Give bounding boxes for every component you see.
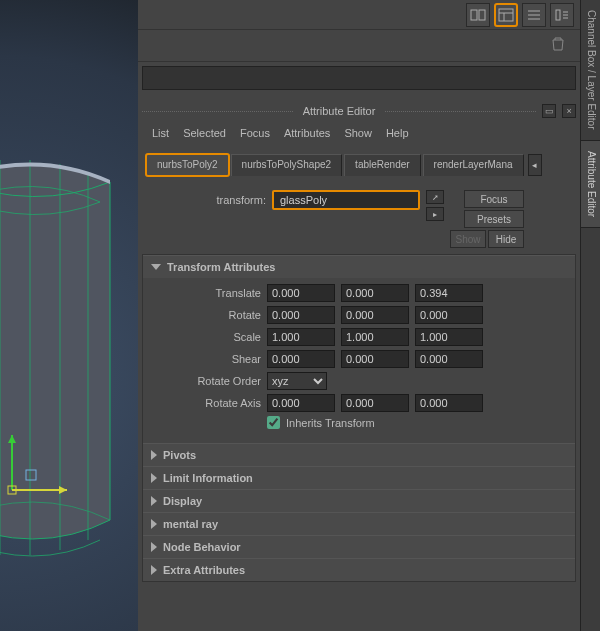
tool-settings-toggle-icon[interactable] (550, 3, 574, 27)
node-tabs: nurbsToPoly2 nurbsToPolyShape2 tableRend… (142, 150, 576, 176)
section-node-behavior[interactable]: Node Behavior (143, 536, 575, 558)
disclosure-right-icon (151, 519, 157, 529)
attribute-editor-title: Attribute Editor (299, 105, 380, 117)
section-title-mentalray: mental ray (163, 518, 218, 530)
node-name-input[interactable] (272, 190, 420, 210)
channel-box-toggle-icon[interactable] (522, 3, 546, 27)
scale-x-input[interactable] (267, 328, 335, 346)
menu-show[interactable]: Show (344, 127, 372, 139)
menu-help[interactable]: Help (386, 127, 409, 139)
inherits-transform-checkbox[interactable] (267, 416, 280, 429)
translate-z-input[interactable] (415, 284, 483, 302)
tab-nurbstopoly2[interactable]: nurbsToPoly2 (146, 154, 229, 176)
top-toolbar (138, 0, 580, 30)
menu-list[interactable]: List (152, 127, 169, 139)
inherits-transform-label: Inherits Transform (286, 417, 375, 429)
rotate-axis-label: Rotate Axis (151, 397, 261, 409)
section-pivots[interactable]: Pivots (143, 444, 575, 466)
rotate-axis-y-input[interactable] (341, 394, 409, 412)
presets-button[interactable]: Presets (464, 210, 524, 228)
attribute-editor-toggle-icon[interactable] (494, 3, 518, 27)
section-title-pivots: Pivots (163, 449, 196, 461)
disclosure-right-icon (151, 473, 157, 483)
close-icon[interactable]: × (562, 104, 576, 118)
disclosure-right-icon (151, 496, 157, 506)
hide-button[interactable]: Hide (488, 230, 524, 248)
rotate-z-input[interactable] (415, 306, 483, 324)
section-mental-ray[interactable]: mental ray (143, 513, 575, 535)
section-title-limit: Limit Information (163, 472, 253, 484)
side-tabs: Channel Box / Layer Editor Attribute Edi… (580, 0, 600, 631)
attribute-body: Transform Attributes Translate Rotate Sc… (142, 254, 576, 582)
downstream-nav-icon[interactable]: ▸ (426, 207, 444, 221)
trash-icon[interactable] (550, 36, 570, 56)
section-transform-attributes: Transform Attributes Translate Rotate Sc… (143, 255, 575, 443)
section-header-transform[interactable]: Transform Attributes (143, 256, 575, 278)
shear-z-input[interactable] (415, 350, 483, 368)
shear-x-input[interactable] (267, 350, 335, 368)
node-name-row: transform: ➚ ▸ Focus Presets Show Hide (142, 190, 576, 248)
rotate-y-input[interactable] (341, 306, 409, 324)
sidetab-attribute-editor[interactable]: Attribute Editor (581, 141, 600, 228)
disclosure-right-icon (151, 450, 157, 460)
section-title-transform: Transform Attributes (167, 261, 275, 273)
rotate-order-label: Rotate Order (151, 375, 261, 387)
tab-nurbstopolyshape2[interactable]: nurbsToPolyShape2 (231, 154, 343, 176)
disclosure-right-icon (151, 565, 157, 575)
sidetab-channel-box[interactable]: Channel Box / Layer Editor (581, 0, 600, 141)
tab-tablerender[interactable]: tableRender (344, 154, 420, 176)
menu-selected[interactable]: Selected (183, 127, 226, 139)
rotate-axis-z-input[interactable] (415, 394, 483, 412)
section-title-extra: Extra Attributes (163, 564, 245, 576)
translate-y-input[interactable] (341, 284, 409, 302)
scale-label: Scale (151, 331, 261, 343)
viewport-3d[interactable] (0, 0, 138, 631)
shelf-strip (142, 66, 576, 90)
svg-rect-13 (499, 9, 513, 21)
disclosure-right-icon (151, 542, 157, 552)
section-extra-attributes[interactable]: Extra Attributes (143, 559, 575, 581)
svg-rect-11 (471, 10, 477, 20)
section-title-display: Display (163, 495, 202, 507)
tab-renderlayermanager[interactable]: renderLayerMana (423, 154, 524, 176)
translate-x-input[interactable] (267, 284, 335, 302)
rotate-label: Rotate (151, 309, 261, 321)
attribute-editor-menubar: List Selected Focus Attributes Show Help (142, 122, 576, 144)
rotate-axis-x-input[interactable] (267, 394, 335, 412)
section-limit-information[interactable]: Limit Information (143, 467, 575, 489)
attribute-editor-header: Attribute Editor ▭ × (142, 104, 576, 118)
upstream-nav-icon[interactable]: ➚ (426, 190, 444, 204)
scale-z-input[interactable] (415, 328, 483, 346)
disclosure-down-icon (151, 264, 161, 270)
focus-button[interactable]: Focus (464, 190, 524, 208)
shear-label: Shear (151, 353, 261, 365)
show-button[interactable]: Show (450, 230, 486, 248)
undock-icon[interactable]: ▭ (542, 104, 556, 118)
transform-label: transform: (146, 190, 266, 206)
menu-attributes[interactable]: Attributes (284, 127, 330, 139)
layout-toggle-icon[interactable] (466, 3, 490, 27)
scale-y-input[interactable] (341, 328, 409, 346)
tabs-scroll-left-icon[interactable]: ◂ (528, 154, 542, 176)
svg-rect-12 (479, 10, 485, 20)
attribute-panel: Attribute Editor ▭ × List Selected Focus… (138, 0, 580, 631)
section-title-nodebehavior: Node Behavior (163, 541, 241, 553)
translate-label: Translate (151, 287, 261, 299)
shear-y-input[interactable] (341, 350, 409, 368)
rotate-x-input[interactable] (267, 306, 335, 324)
rotate-order-select[interactable]: xyz (267, 372, 327, 390)
menu-focus[interactable]: Focus (240, 127, 270, 139)
svg-rect-19 (556, 10, 560, 20)
section-display[interactable]: Display (143, 490, 575, 512)
trash-row (138, 30, 580, 62)
